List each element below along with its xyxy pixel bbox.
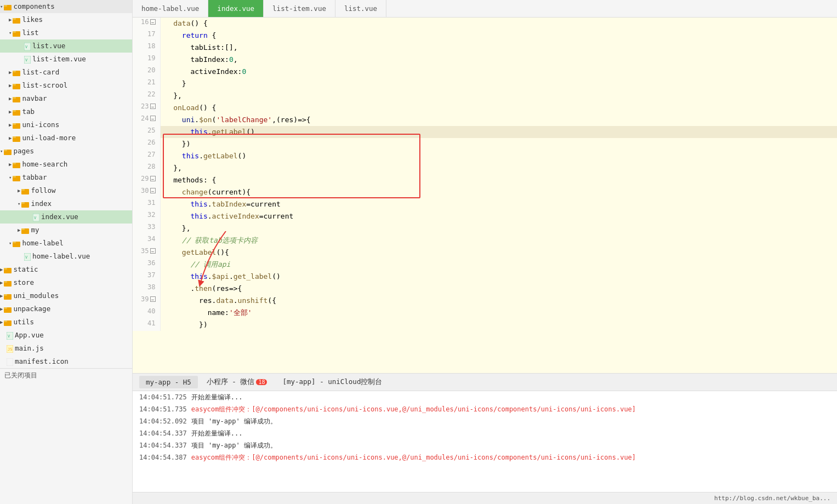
folder-icon: [21, 185, 31, 196]
code-line-row: 26 }): [133, 138, 837, 150]
tree-item-tabbar[interactable]: ▾tabbar: [0, 171, 132, 184]
tree-item-label: components: [13, 1, 54, 12]
tree-item-uni_modules[interactable]: ▶uni_modules: [0, 289, 132, 302]
tree-item-home-label[interactable]: ▾home-label: [0, 237, 132, 250]
folder-icon: [4, 277, 13, 288]
tree-item-list-scrool[interactable]: ▶list-scrool: [0, 79, 132, 92]
chevron-icon: ▶: [0, 290, 3, 301]
tabs-bar: home-label.vueindex.vuelist-item.vuelist…: [133, 0, 837, 18]
line-number: 33: [133, 222, 160, 234]
tree-item-label: utils: [13, 317, 34, 328]
code-content: data() {: [160, 18, 837, 30]
code-line-row: 38 .then(res=>{: [133, 283, 837, 295]
bottom-tab-wechat[interactable]: 小程序 - 微信18: [200, 375, 274, 389]
code-content: }): [160, 138, 837, 150]
console-line: 14:04:54.337项目 'my-app' 编译成功。: [133, 439, 837, 451]
code-content: change(current){: [160, 186, 837, 198]
fold-indicator[interactable]: −: [150, 296, 156, 302]
tree-item-list-item.vue[interactable]: Vlist-item.vue: [0, 53, 132, 66]
code-editor[interactable]: 16− data() {17 return {18 tabList:[],19 …: [133, 18, 837, 373]
tree-item-unpackage[interactable]: ▶unpackage: [0, 302, 132, 316]
svg-text:JS: JS: [8, 347, 12, 352]
chevron-icon: ▶: [18, 185, 20, 196]
tab-list-item.vue[interactable]: list-item.vue: [264, 0, 335, 17]
tree-item-static[interactable]: ▶static: [0, 263, 132, 276]
tree-item-main.js[interactable]: JSmain.js: [0, 342, 132, 355]
chevron-icon: ▶: [9, 119, 12, 130]
bottom-tab-my-app-h5[interactable]: my-app - H5: [139, 376, 198, 388]
tree-item-manifest.icon[interactable]: manifest.icon: [0, 355, 132, 368]
folder-icon: [13, 14, 22, 25]
tab-index.vue[interactable]: index.vue: [208, 0, 264, 17]
code-content: }: [160, 78, 837, 90]
fold-indicator[interactable]: −: [150, 116, 156, 121]
svg-rect-40: [13, 242, 16, 243]
fold-indicator[interactable]: −: [150, 104, 156, 109]
tree-item-uni-load-more[interactable]: ▶uni-load-more: [0, 131, 132, 145]
tree-item-label: uni_modules: [13, 290, 59, 301]
code-content: // 调用api: [160, 259, 837, 271]
line-number: 20: [133, 66, 160, 78]
console-line: 14:04:51.735easycom组件冲突：[@/components/un…: [133, 403, 837, 415]
folder-icon: [13, 106, 22, 117]
line-number: 18: [133, 42, 160, 54]
chevron-icon: ▶: [9, 67, 12, 78]
fold-indicator[interactable]: −: [150, 176, 156, 181]
tree-item-tab[interactable]: ▶tab: [0, 105, 132, 118]
tree-item-components[interactable]: ▾components: [0, 0, 132, 13]
svg-rect-53: [4, 320, 7, 322]
tree-item-list[interactable]: ▾list: [0, 26, 132, 39]
code-content: this.getLabel(): [160, 150, 837, 162]
console-line: 14:04:52.092项目 'my-app' 编译成功。: [133, 415, 837, 427]
tree-item-follow[interactable]: ▶follow: [0, 184, 132, 197]
tree-item-navbar[interactable]: ▶navbar: [0, 92, 132, 105]
chevron-icon: ▾: [9, 172, 12, 183]
chevron-icon: ▶: [9, 133, 12, 144]
line-number: 41: [133, 319, 160, 331]
chevron-icon: ▾: [18, 198, 20, 209]
tree-item-list-card[interactable]: ▶list-card: [0, 66, 132, 79]
tree-item-uni-icons[interactable]: ▶uni-icons: [0, 118, 132, 131]
tab-home-label.vue[interactable]: home-label.vue: [133, 0, 208, 17]
tree-item-label: uni-load-more: [22, 133, 76, 144]
tree-item-utils[interactable]: ▶utils: [0, 316, 132, 329]
tree-item-index[interactable]: ▾index: [0, 197, 132, 210]
line-number: 26: [133, 138, 160, 150]
console-message: 开始差量编译...: [191, 393, 243, 401]
line-number: 19: [133, 54, 160, 66]
tree-item-label: follow: [31, 185, 55, 196]
tree-item-list.vue[interactable]: Vlist.vue: [0, 39, 132, 53]
code-content: }): [160, 319, 837, 331]
tree-item-my[interactable]: ▶my: [0, 224, 132, 237]
line-number: 29−: [133, 174, 160, 186]
code-content: this.$api.get_label(): [160, 271, 837, 283]
tree-item-label: home-label.vue: [32, 251, 90, 262]
line-number: 21: [133, 78, 160, 90]
vue-file-icon: V: [24, 54, 32, 65]
code-line-row: 24− uni.$on('labelChange',(res)=>{: [133, 114, 837, 126]
line-number: 39−: [133, 295, 160, 307]
chevron-icon: ▶: [0, 317, 3, 328]
tree-item-pages[interactable]: ▾pages: [0, 145, 132, 158]
code-line-row: 40 name:'全部': [133, 307, 837, 319]
tree-item-App.vue[interactable]: VApp.vue: [0, 329, 132, 342]
fold-indicator[interactable]: −: [150, 19, 156, 25]
folder-icon: [13, 133, 22, 144]
tree-item-home-search[interactable]: ▶home-search: [0, 158, 132, 171]
svg-rect-19: [13, 110, 16, 112]
fold-indicator[interactable]: −: [150, 248, 156, 254]
fold-indicator[interactable]: −: [150, 188, 156, 193]
bottom-tab-unicloud[interactable]: [my-app] - uniCloud控制台: [276, 375, 389, 389]
tree-item-home-label.vue[interactable]: Vhome-label.vue: [0, 250, 132, 263]
tab-list.vue[interactable]: list.vue: [335, 0, 386, 17]
tree-item-likes[interactable]: ▶likes: [0, 13, 132, 26]
svg-rect-5: [13, 31, 16, 33]
tree-item-index.vue[interactable]: Vindex.vue: [0, 210, 132, 224]
svg-rect-15: [13, 84, 16, 85]
code-line-row: 41 }): [133, 319, 837, 331]
folder-icon: [21, 198, 31, 209]
svg-rect-13: [13, 71, 16, 72]
tree-item-label: my: [31, 225, 39, 236]
tree-item-store[interactable]: ▶store: [0, 276, 132, 289]
folder-icon: [13, 27, 22, 38]
